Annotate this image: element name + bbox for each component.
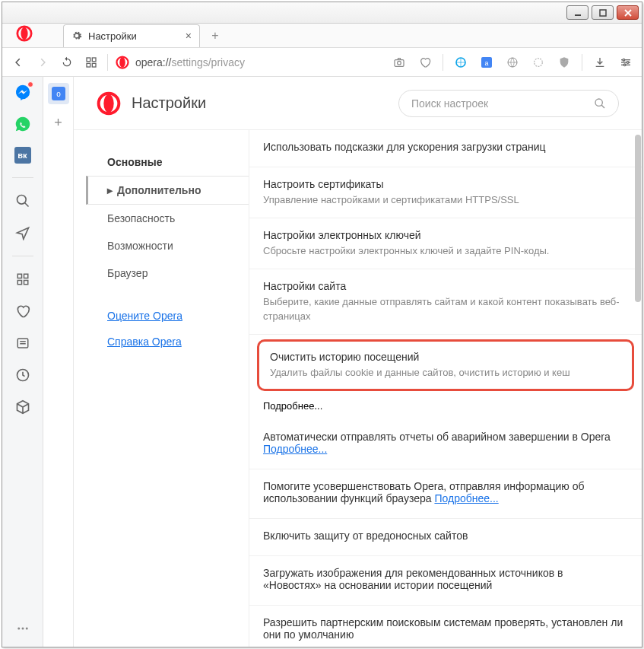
nav-item-Браузер[interactable]: Браузер	[97, 259, 249, 287]
messenger-icon[interactable]	[14, 83, 32, 101]
svg-rect-30	[24, 281, 27, 285]
svg-point-42	[595, 99, 602, 106]
snapshot-icon[interactable]	[391, 54, 408, 71]
new-tab-button[interactable]: +	[206, 27, 224, 45]
setting-row[interactable]: Настройки сайтаВыберите, какие данные от…	[249, 269, 642, 334]
app-sidebar: вк	[2, 77, 43, 647]
setting-row[interactable]: Разрешить партнерским поисковым системам…	[249, 606, 642, 647]
settings-header: Настройки Поиск настроек	[74, 77, 642, 130]
setting-title: Настройки сайта	[263, 280, 623, 292]
flow-icon[interactable]	[14, 224, 32, 242]
setting-row[interactable]: Настроить сертификатыУправление настройк…	[249, 167, 642, 218]
learn-more-link[interactable]: Подробнее...	[263, 400, 322, 412]
svg-rect-6	[87, 58, 90, 62]
tab-close-icon[interactable]: ×	[186, 30, 192, 42]
heart-icon[interactable]	[417, 54, 433, 71]
setting-title: Помогите усовершенствовать Opera, отправ…	[263, 480, 623, 504]
setting-row[interactable]: Помогите усовершенствовать Opera, отправ…	[249, 469, 642, 519]
learn-more-link[interactable]: Подробнее...	[434, 492, 498, 504]
setting-title: Автоматически отправлять отчеты об авари…	[263, 431, 623, 455]
window-titlebar	[2, 2, 642, 24]
svg-line-26	[24, 203, 28, 207]
extension-icon-3[interactable]	[504, 54, 521, 71]
setting-row[interactable]: Использовать подсказки для ускорения заг…	[249, 130, 642, 167]
setting-row[interactable]: Включить защиту от вредоносных сайтов	[249, 519, 642, 556]
setting-title: Загружать изображения для рекомендованны…	[263, 567, 623, 591]
setting-desc: Управление настройками и сертификатами H…	[263, 193, 623, 207]
minimize-button[interactable]	[566, 5, 588, 20]
opera-favicon	[116, 56, 129, 69]
svg-text:а: а	[484, 59, 488, 67]
settings-list[interactable]: Использовать подсказки для ускорения заг…	[249, 130, 642, 647]
svg-rect-27	[17, 274, 21, 278]
setting-title: Настроить сертификаты	[263, 178, 623, 190]
tabcol-add[interactable]: +	[48, 112, 69, 133]
svg-point-36	[21, 628, 24, 630]
svg-rect-29	[17, 281, 21, 285]
page-title: Настройки	[132, 94, 206, 112]
speed-dial-icon[interactable]	[83, 54, 100, 71]
speed-dial-sidebar-icon[interactable]	[14, 270, 32, 288]
tabcol-translate[interactable]: о	[48, 83, 69, 104]
whatsapp-icon[interactable]	[14, 115, 32, 133]
forward-button[interactable]	[34, 54, 51, 71]
setting-row[interactable]: Настройки электронных ключейСбросьте нас…	[249, 218, 642, 269]
setting-desc: Удалить файлы cookie и данные сайтов, оч…	[270, 366, 621, 380]
setting-title: Разрешить партнерским поисковым системам…	[263, 616, 623, 641]
setting-row[interactable]: Загружать изображения для рекомендованны…	[249, 556, 642, 606]
downloads-icon[interactable]	[592, 54, 608, 71]
setting-title: Очистить историю посещений	[270, 351, 621, 363]
reload-button[interactable]	[59, 54, 75, 71]
svg-point-25	[17, 196, 26, 205]
svg-point-37	[25, 628, 27, 630]
nav-item-Основные[interactable]: Основные	[97, 148, 249, 176]
navigation-bar: opera://settings/privacy а	[2, 48, 642, 77]
svg-point-5	[21, 27, 27, 40]
history-icon[interactable]	[14, 366, 32, 384]
search-settings-input[interactable]: Поиск настроек	[398, 90, 619, 117]
nav-link[interactable]: Справка Opera	[97, 331, 249, 352]
setting-desc: Сбросьте настройки электронных ключей и …	[263, 244, 623, 258]
setting-title: Использовать подсказки для ускорения заг…	[263, 141, 623, 153]
search-icon[interactable]	[14, 192, 32, 210]
extension-icon-1[interactable]	[452, 54, 469, 71]
nav-item-Безопасность[interactable]: Безопасность	[97, 205, 249, 232]
svg-line-43	[601, 105, 604, 108]
opera-menu-button[interactable]	[0, 21, 49, 46]
setting-row[interactable]: Очистить историю посещенийУдалить файлы …	[257, 339, 634, 391]
close-button[interactable]	[617, 5, 639, 20]
nav-link[interactable]: Оцените Opera	[97, 305, 249, 326]
learn-more-link[interactable]: Подробнее...	[263, 443, 327, 455]
svg-point-22	[623, 59, 625, 61]
shield-icon[interactable]	[556, 54, 573, 71]
svg-point-41	[103, 94, 113, 113]
news-icon[interactable]	[14, 334, 32, 352]
tab-title: Настройки	[88, 30, 137, 42]
settings-nav: Основные▸ДополнительноБезопасностьВозмож…	[74, 130, 249, 647]
svg-point-35	[17, 628, 20, 630]
svg-point-11	[119, 57, 125, 68]
nav-item-Возможности[interactable]: Возможности	[97, 232, 249, 259]
extensions-cube-icon[interactable]	[14, 398, 32, 416]
scrollbar[interactable]	[634, 135, 642, 642]
easy-setup-icon[interactable]	[617, 54, 634, 71]
vk-icon[interactable]: вк	[14, 147, 31, 164]
back-button[interactable]	[10, 54, 27, 71]
svg-point-18	[535, 58, 543, 66]
svg-rect-7	[92, 58, 96, 62]
setting-title: Настройки электронных ключей	[263, 229, 623, 241]
sidebar-more-icon[interactable]	[14, 619, 32, 638]
extension-icon-4[interactable]	[530, 54, 547, 71]
tabstrip: Настройки × +	[2, 24, 642, 48]
svg-text:о: о	[56, 90, 61, 98]
bookmarks-heart-icon[interactable]	[14, 302, 32, 320]
nav-item-Дополнительно[interactable]: ▸Дополнительно	[86, 176, 249, 205]
maximize-button[interactable]	[592, 5, 614, 20]
extension-icon-2[interactable]: а	[478, 54, 495, 71]
svg-point-23	[627, 61, 629, 63]
svg-point-13	[398, 61, 401, 65]
tab-settings[interactable]: Настройки ×	[63, 24, 200, 47]
setting-row[interactable]: Автоматически отправлять отчеты об авари…	[249, 420, 642, 469]
address-bar[interactable]: opera://settings/privacy	[116, 56, 383, 69]
svg-point-24	[623, 64, 626, 66]
